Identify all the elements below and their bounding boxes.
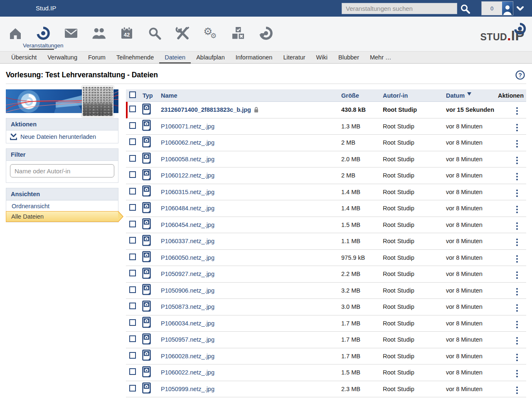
image-file-icon bbox=[142, 120, 151, 131]
file-name-link[interactable]: P1060062.netz_.jpg bbox=[161, 139, 214, 146]
file-name-link[interactable]: P1060050.netz_.jpg bbox=[161, 254, 214, 261]
row-actions-kebab-icon[interactable] bbox=[515, 368, 520, 379]
file-name-link[interactable]: P1060337.netz_.jpg bbox=[161, 238, 214, 244]
row-actions-kebab-icon[interactable] bbox=[515, 106, 520, 116]
row-checkbox[interactable] bbox=[129, 385, 136, 392]
row-checkbox[interactable] bbox=[129, 171, 136, 178]
row-checkbox[interactable] bbox=[129, 138, 136, 145]
actions-widget: Aktionen Neue Dateien herunterladen bbox=[6, 118, 118, 143]
search-submit-button[interactable] bbox=[460, 3, 470, 14]
tab-dateien[interactable]: Dateien bbox=[159, 52, 191, 63]
row-actions-kebab-icon[interactable] bbox=[515, 352, 520, 363]
search-icon[interactable] bbox=[148, 25, 162, 42]
row-actions-kebab-icon[interactable] bbox=[515, 385, 520, 396]
view-item-ordneransicht[interactable]: Ordneransicht bbox=[6, 200, 118, 211]
select-all-checkbox[interactable] bbox=[129, 91, 136, 98]
row-actions-kebab-icon[interactable] bbox=[515, 286, 520, 297]
row-actions-kebab-icon[interactable] bbox=[515, 188, 520, 199]
row-checkbox[interactable] bbox=[129, 221, 136, 227]
file-name-link[interactable]: P1060454.netz_.jpg bbox=[161, 222, 214, 228]
tab-teilnehmende[interactable]: Teilnehmende bbox=[111, 52, 159, 63]
row-checkbox[interactable] bbox=[129, 122, 136, 129]
row-checkbox[interactable] bbox=[129, 286, 136, 293]
file-name-link[interactable]: P1050999.netz_.jpg bbox=[161, 386, 214, 392]
row-checkbox[interactable] bbox=[129, 155, 136, 162]
row-checkbox[interactable] bbox=[129, 319, 136, 326]
seminar-spiral-icon[interactable] bbox=[36, 25, 50, 42]
home-icon[interactable] bbox=[8, 25, 22, 42]
file-name-link[interactable]: P1060071.netz_.jpg bbox=[161, 123, 214, 130]
help-button[interactable]: ? bbox=[515, 70, 525, 81]
row-checkbox[interactable] bbox=[129, 368, 136, 375]
row-actions-kebab-icon[interactable] bbox=[515, 204, 520, 215]
file-name-link[interactable]: P1060122.netz_.jpg bbox=[161, 172, 214, 179]
download-new-files-link[interactable]: Neue Dateien herunterladen bbox=[6, 131, 118, 143]
tab-literatur[interactable]: Literatur bbox=[278, 52, 310, 63]
tab-blubber[interactable]: Blubber bbox=[333, 52, 365, 63]
row-actions-kebab-icon[interactable] bbox=[515, 122, 520, 133]
actions-widget-title: Aktionen bbox=[6, 118, 118, 131]
row-actions-kebab-icon[interactable] bbox=[515, 254, 520, 264]
file-name-link[interactable]: P1060028.netz_.jpg bbox=[161, 353, 214, 360]
row-checkbox[interactable] bbox=[129, 254, 136, 260]
admin-gears-icon[interactable]: ⚙ ⚙ bbox=[203, 25, 217, 42]
row-actions-kebab-icon[interactable] bbox=[515, 221, 520, 232]
image-file-icon bbox=[142, 251, 151, 262]
spiral-icon[interactable] bbox=[259, 25, 273, 42]
view-item-alle-dateien[interactable]: Alle Dateien bbox=[6, 211, 118, 222]
views-widget-title: Ansichten bbox=[6, 188, 118, 200]
active-section-label[interactable]: Veranstaltungen bbox=[23, 42, 64, 49]
row-checkbox[interactable] bbox=[129, 270, 136, 276]
tab-verwaltung[interactable]: Verwaltung bbox=[42, 52, 83, 63]
column-header-date[interactable]: Datum bbox=[446, 92, 498, 99]
row-checkbox[interactable] bbox=[129, 303, 136, 309]
file-name-link[interactable]: P1060315.netz_.jpg bbox=[161, 189, 214, 195]
row-checkbox[interactable] bbox=[129, 352, 136, 359]
image-file-icon bbox=[142, 202, 151, 213]
tab-mehr[interactable]: Mehr … bbox=[365, 52, 397, 63]
table-row: P1060071.netz_.jpg 1.3 MB Root Studip vo… bbox=[126, 118, 526, 135]
evaluation-icon[interactable] bbox=[231, 25, 245, 42]
tab-forum[interactable]: Forum bbox=[83, 52, 111, 63]
tab-ablaufplan[interactable]: Ablaufplan bbox=[191, 52, 230, 63]
row-actions-kebab-icon[interactable] bbox=[515, 138, 520, 149]
row-actions-kebab-icon[interactable] bbox=[515, 171, 520, 182]
row-actions-kebab-icon[interactable] bbox=[515, 319, 520, 330]
file-name-link[interactable]: P1050927.netz_.jpg bbox=[161, 271, 214, 277]
course-search-input[interactable] bbox=[342, 3, 457, 14]
row-checkbox[interactable] bbox=[129, 106, 136, 112]
tab-informationen[interactable]: Informationen bbox=[230, 52, 278, 63]
row-actions-kebab-icon[interactable] bbox=[515, 303, 520, 313]
row-checkbox[interactable] bbox=[129, 204, 136, 211]
tab-übersicht[interactable]: Übersicht bbox=[6, 52, 42, 63]
file-name-link[interactable]: P1060022.netz_.jpg bbox=[161, 369, 214, 376]
calendar-icon[interactable]: 42 bbox=[120, 25, 134, 42]
file-name-link[interactable]: P1060484.netz_.jpg bbox=[161, 205, 214, 212]
community-icon[interactable] bbox=[92, 25, 106, 42]
row-checkbox[interactable] bbox=[129, 188, 136, 195]
row-checkbox[interactable] bbox=[129, 237, 136, 244]
file-name-link[interactable]: P1060034.netz_.jpg bbox=[161, 320, 214, 327]
mail-icon[interactable] bbox=[64, 25, 78, 42]
file-name-link[interactable]: P1060058.netz_.jpg bbox=[161, 156, 214, 163]
file-name-link[interactable]: P1050873.netz_.jpg bbox=[161, 303, 214, 310]
filter-input[interactable] bbox=[10, 164, 114, 177]
column-header-typ[interactable]: Typ bbox=[140, 92, 158, 99]
tools-icon[interactable] bbox=[175, 25, 190, 42]
file-name-link[interactable]: P1050906.netz_.jpg bbox=[161, 287, 214, 294]
column-header-size[interactable]: Größe bbox=[341, 92, 383, 99]
user-menu-chevron[interactable] bbox=[517, 5, 524, 13]
row-actions-kebab-icon[interactable] bbox=[515, 335, 520, 346]
column-header-author[interactable]: Autor/-in bbox=[383, 92, 446, 99]
file-name-link[interactable]: P1050957.netz_.jpg bbox=[161, 336, 214, 343]
row-actions-kebab-icon[interactable] bbox=[515, 237, 520, 248]
table-row: P1060454.netz_.jpg 1.5 MB Root Studip vo… bbox=[126, 217, 526, 234]
column-header-name[interactable]: Name bbox=[158, 92, 341, 99]
row-actions-kebab-icon[interactable] bbox=[515, 155, 520, 166]
user-menu[interactable]: 0 bbox=[481, 1, 513, 15]
row-checkbox[interactable] bbox=[129, 335, 136, 342]
file-name-link[interactable]: 23126071400_2f8813823c_b.jpg bbox=[161, 106, 251, 113]
row-actions-kebab-icon[interactable] bbox=[515, 270, 520, 281]
sort-desc-icon bbox=[467, 92, 471, 96]
tab-wiki[interactable]: Wiki bbox=[311, 52, 333, 63]
